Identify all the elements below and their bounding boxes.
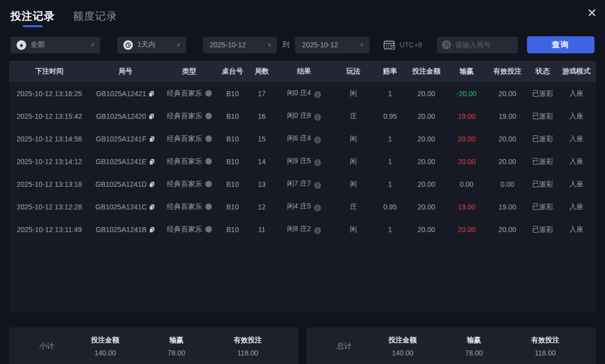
filter-bar: ♠ 全部 ▼ 1天内 ▼ 2025-10-12 ▼ 到 2025-10-12 ▼ — [0, 29, 605, 53]
chevron-down-icon: ▼ — [354, 42, 364, 48]
cell-rounds: 13 — [248, 173, 276, 195]
info-icon[interactable]: i — [314, 159, 321, 166]
date-to-value: 2025-10-12 — [302, 41, 338, 49]
copy-icon[interactable] — [149, 159, 155, 165]
copy-icon[interactable] — [149, 181, 155, 188]
cell-table-no: B10 — [217, 150, 248, 173]
tab-quota-records[interactable]: 额度记录 — [73, 9, 117, 29]
game-replay-icon[interactable] — [205, 226, 212, 233]
cell-bet-amount: 20.00 — [406, 105, 447, 127]
subtotal-bet-amount: 投注金额 140.00 — [69, 336, 141, 357]
cell-valid-bet: 19.00 — [486, 105, 528, 127]
date-from-select[interactable]: 2025-10-12 ▼ — [203, 37, 277, 53]
cell-play: 闲 — [332, 127, 374, 150]
info-icon[interactable]: i — [314, 91, 321, 98]
cell-winloss: -20.00 — [447, 82, 486, 105]
table-header-row: 下注时间 局号 类型 桌台号 局数 结果 玩法 赔率 投注金额 输赢 有效投注 … — [9, 61, 596, 82]
cell-bet-time: 2025-10-12 13:14:56 — [9, 127, 90, 150]
info-icon[interactable]: i — [314, 136, 321, 143]
cell-winloss: 20.00 — [447, 150, 486, 173]
copy-icon[interactable] — [149, 136, 155, 142]
cell-play: 闲 — [332, 173, 374, 195]
table-row: 2025-10-12 13:15:42 GB1025A12420 经典百家乐 B… — [9, 105, 596, 127]
cell-odds: 0.95 — [374, 195, 406, 218]
cell-game-mode: 入座 — [557, 127, 596, 150]
game-type-select[interactable]: ♠ 全部 ▼ — [11, 37, 100, 53]
game-replay-icon[interactable] — [205, 203, 212, 210]
cell-status: 已派彩 — [528, 150, 557, 173]
round-search[interactable]: 局 — [437, 37, 517, 53]
date-to-select[interactable]: 2025-10-12 ▼ — [295, 37, 369, 53]
info-icon[interactable]: i — [314, 182, 321, 189]
cell-winloss: 20.00 — [447, 127, 486, 150]
clock-icon — [123, 40, 133, 50]
cell-bet-amount: 20.00 — [406, 82, 447, 105]
cell-winloss: 0.00 — [447, 173, 486, 195]
cell-type: 经典百家乐 — [161, 218, 217, 241]
game-replay-icon[interactable] — [205, 158, 212, 165]
table-row: 2025-10-12 13:11:49 GB1025A1241B 经典百家乐 B… — [9, 218, 596, 241]
tab-bet-records[interactable]: 投注记录 — [11, 9, 55, 29]
game-replay-icon[interactable] — [205, 135, 212, 142]
copy-icon[interactable] — [148, 113, 155, 120]
copy-icon[interactable] — [148, 91, 155, 97]
cell-valid-bet: 19.00 — [486, 195, 528, 218]
records-table: 下注时间 局号 类型 桌台号 局数 结果 玩法 赔率 投注金额 输赢 有效投注 … — [9, 61, 596, 241]
cell-table-no: B10 — [217, 82, 248, 105]
records-table-container: 下注时间 局号 类型 桌台号 局数 结果 玩法 赔率 投注金额 输赢 有效投注 … — [9, 61, 596, 312]
round-search-input[interactable] — [455, 41, 510, 49]
copy-icon[interactable] — [149, 204, 155, 210]
cell-valid-bet: 20.00 — [486, 150, 528, 173]
chevron-down-icon: ▼ — [171, 42, 181, 48]
info-icon[interactable]: i — [314, 114, 321, 121]
cell-bet-time: 2025-10-12 13:13:18 — [9, 173, 90, 195]
cell-status: 已派彩 — [528, 82, 557, 105]
info-icon[interactable]: i — [314, 204, 321, 211]
total-winloss: 输赢 78.00 — [438, 336, 510, 357]
close-icon[interactable]: ✕ — [585, 6, 599, 20]
cell-bet-time: 2025-10-12 13:14:12 — [9, 150, 90, 173]
game-type-value: 全部 — [31, 40, 45, 49]
game-replay-icon[interactable] — [205, 113, 212, 119]
col-bet-amount: 投注金额 — [406, 61, 447, 82]
timezone-indicator[interactable]: UTC+8 — [384, 40, 422, 50]
cell-game-mode: 入座 — [557, 82, 596, 105]
cell-status: 已派彩 — [528, 195, 557, 218]
cell-status: 已派彩 — [528, 127, 557, 150]
col-result: 结果 — [276, 61, 332, 82]
cell-valid-bet: 0.00 — [486, 173, 528, 195]
col-type: 类型 — [161, 61, 217, 82]
table-row: 2025-10-12 13:14:12 GB1025A1241E 经典百家乐 B… — [9, 150, 596, 173]
cell-odds: 1 — [374, 173, 406, 195]
cell-bet-amount: 20.00 — [406, 218, 447, 241]
cell-bet-time: 2025-10-12 13:11:49 — [9, 218, 90, 241]
copy-icon[interactable] — [149, 227, 155, 233]
cell-play: 庄 — [332, 195, 374, 218]
game-replay-icon[interactable] — [205, 181, 212, 187]
cell-game-mode: 入座 — [557, 218, 596, 241]
table-row: 2025-10-12 13:13:18 GB1025A1241D 经典百家乐 B… — [9, 173, 596, 195]
cell-status: 已派彩 — [528, 218, 557, 241]
cell-type: 经典百家乐 — [161, 105, 217, 127]
game-replay-icon[interactable] — [205, 90, 212, 97]
info-icon[interactable]: i — [314, 227, 321, 234]
cell-odds: 1 — [374, 150, 406, 173]
total-valid-bet: 有效投注 118.00 — [509, 336, 581, 357]
query-button[interactable]: 查询 — [527, 36, 594, 53]
cell-winloss: 19.00 — [447, 195, 486, 218]
cell-round: GB1025A1241C — [90, 195, 161, 218]
cell-bet-amount: 20.00 — [406, 150, 447, 173]
chevron-down-icon: ▼ — [262, 42, 272, 48]
time-range-select[interactable]: 1天内 ▼ — [117, 37, 186, 53]
date-to-label: 到 — [282, 40, 289, 49]
cell-rounds: 15 — [248, 127, 276, 150]
subtotal-winloss: 输赢 78.00 — [141, 336, 212, 357]
summary-bar: 小计 投注金额 140.00 输赢 78.00 有效投注 118.00 总计 投… — [0, 327, 605, 364]
cell-type: 经典百家乐 — [161, 150, 217, 173]
col-round: 局号 — [90, 61, 161, 82]
cell-game-mode: 入座 — [557, 195, 596, 218]
cell-bet-amount: 20.00 — [406, 173, 447, 195]
active-tab-underline — [23, 25, 43, 27]
cell-bet-amount: 20.00 — [406, 127, 447, 150]
table-row: 2025-10-12 13:14:56 GB1025A1241F 经典百家乐 B… — [9, 127, 596, 150]
